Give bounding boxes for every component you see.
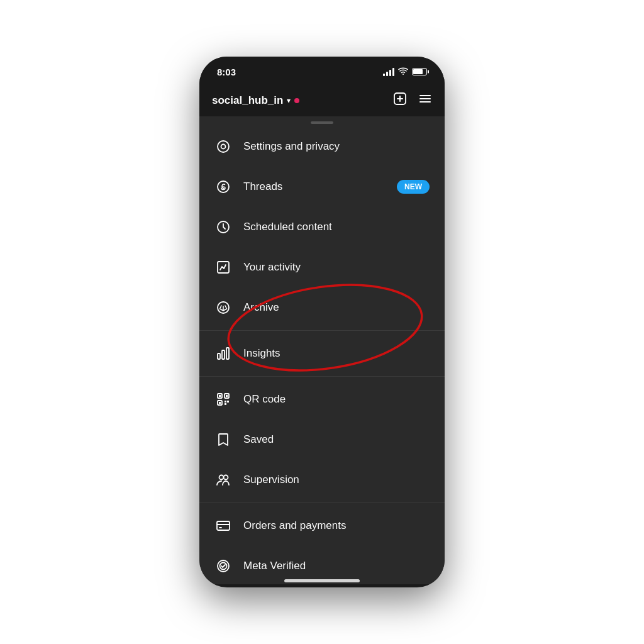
svg-rect-19	[219, 395, 221, 397]
status-time: 8:03	[217, 67, 236, 77]
svg-point-0	[402, 74, 404, 75]
svg-rect-23	[227, 401, 229, 402]
qrcode-label: QR code	[243, 393, 430, 406]
svg-rect-21	[219, 402, 221, 404]
menu-item-settings[interactable]: Settings and privacy	[199, 126, 445, 167]
new-badge: NEW	[397, 180, 430, 194]
svg-rect-20	[226, 395, 228, 397]
insights-icon	[214, 345, 232, 362]
svg-point-8	[221, 145, 226, 149]
battery-icon	[412, 68, 427, 75]
menu-item-meta[interactable]: Meta Verified	[199, 546, 445, 584]
clock-icon	[214, 218, 232, 236]
signal-icon	[383, 68, 394, 76]
menu-item-saved[interactable]: Saved	[199, 419, 445, 460]
svg-rect-13	[218, 353, 220, 359]
supervision-icon	[214, 471, 232, 489]
svg-rect-22	[225, 401, 226, 402]
settings-icon	[214, 138, 232, 155]
insights-label: Insights	[243, 347, 430, 360]
threads-label: Threads	[243, 180, 397, 193]
dropdown-arrow-icon[interactable]: ▾	[287, 96, 291, 105]
divider-1	[199, 330, 445, 331]
wifi-icon	[398, 67, 408, 77]
home-indicator	[284, 579, 360, 582]
archive-label: Archive	[243, 301, 430, 314]
header-left: social_hub_in ▾	[212, 94, 299, 107]
threads-icon	[214, 178, 232, 196]
svg-rect-27	[217, 521, 230, 530]
status-icons	[383, 67, 427, 77]
orders-label: Orders and payments	[243, 519, 430, 532]
svg-rect-14	[222, 350, 225, 359]
menu-item-scheduled[interactable]: Scheduled content	[199, 207, 445, 247]
activity-icon	[214, 258, 232, 276]
scheduled-label: Scheduled content	[243, 221, 430, 233]
verified-icon	[214, 557, 232, 575]
activity-label: Your activity	[243, 261, 430, 274]
handle-bar	[311, 121, 333, 124]
svg-point-25	[219, 475, 224, 480]
settings-label: Settings and privacy	[243, 140, 430, 153]
phone-frame: 8:03 social_hub_in	[199, 57, 445, 587]
username: social_hub_in	[212, 94, 283, 107]
saved-label: Saved	[243, 433, 430, 446]
menu-container: Settings and privacy Threads NEW	[199, 126, 445, 584]
svg-point-7	[218, 141, 229, 152]
card-icon	[214, 517, 232, 535]
svg-rect-15	[226, 348, 229, 359]
menu-item-qrcode[interactable]: QR code	[199, 379, 445, 419]
status-bar: 8:03	[199, 57, 445, 87]
notification-dot	[294, 98, 299, 103]
menu-item-supervision[interactable]: Supervision	[199, 460, 445, 500]
bookmark-icon	[214, 431, 232, 448]
svg-rect-24	[225, 403, 226, 405]
supervision-label: Supervision	[243, 474, 430, 486]
header: social_hub_in ▾	[199, 87, 445, 116]
menu-item-insights[interactable]: Insights	[199, 333, 445, 374]
hamburger-menu-button[interactable]	[418, 92, 432, 109]
archive-icon	[214, 299, 232, 316]
menu-item-activity[interactable]: Your activity	[199, 247, 445, 287]
menu-wrapper: Settings and privacy Threads NEW	[199, 126, 445, 584]
menu-item-threads[interactable]: Threads NEW	[199, 167, 445, 207]
divider-2	[199, 376, 445, 377]
menu-item-orders[interactable]: Orders and payments	[199, 506, 445, 546]
qr-icon	[214, 391, 232, 408]
header-right	[393, 92, 432, 109]
add-button[interactable]	[393, 92, 407, 109]
menu-item-archive[interactable]: Archive	[199, 287, 445, 328]
divider-3	[199, 502, 445, 503]
sheet-handle	[199, 116, 445, 126]
svg-point-26	[224, 475, 228, 480]
meta-label: Meta Verified	[243, 560, 430, 572]
